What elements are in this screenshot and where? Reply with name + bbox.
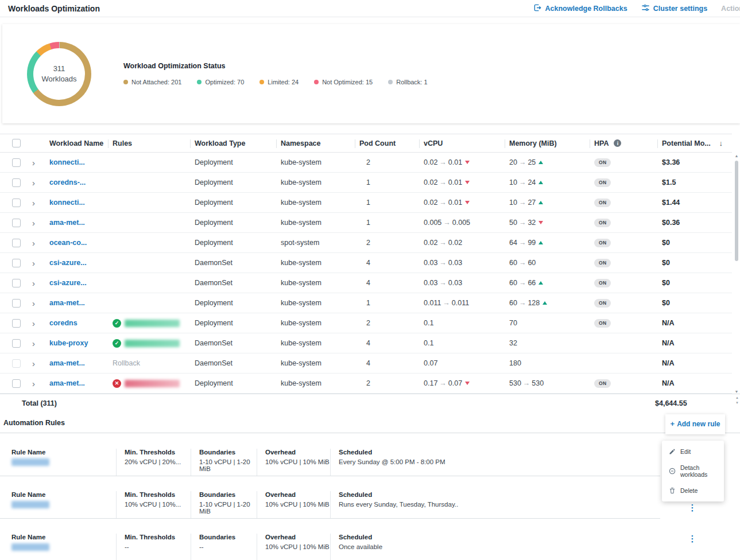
select-all-checkbox[interactable] xyxy=(12,139,21,147)
scroll-down-arrow-icon[interactable]: ▼ xyxy=(733,390,740,394)
plus-icon: + xyxy=(671,419,675,428)
cluster-settings-button[interactable]: Cluster settings xyxy=(641,3,707,14)
row-checkbox[interactable] xyxy=(12,299,21,308)
potential-cell: $3.36 xyxy=(657,153,732,172)
sliders-icon xyxy=(641,3,650,14)
workload-name-link[interactable]: konnecti... xyxy=(49,158,85,166)
rule-row: Rule Name Min. Thresholds10% vCPU | 10%.… xyxy=(0,486,660,519)
col-header-vcpu[interactable]: vCPU xyxy=(419,134,505,152)
workload-name-link[interactable]: konnecti... xyxy=(49,199,85,207)
workload-name-link[interactable]: ama-met... xyxy=(49,359,85,367)
actions-button[interactable]: Action xyxy=(721,5,740,13)
col-header-workload-name[interactable]: Workload Name xyxy=(45,134,108,152)
rule-kebab-menu-icon[interactable]: ⋮ xyxy=(687,534,698,544)
row-expand-chevron[interactable]: › xyxy=(26,293,45,313)
menu-item-delete[interactable]: Delete xyxy=(662,483,724,499)
vcpu-cell: 0.02→0.01 xyxy=(419,193,505,212)
row-expand-chevron[interactable]: › xyxy=(26,374,45,393)
row-checkbox[interactable] xyxy=(12,339,21,348)
scroll-up-arrow-icon[interactable]: ▲ xyxy=(735,396,739,399)
hpa-toggle[interactable]: ON xyxy=(594,158,611,167)
table-scroll-buttons[interactable]: ▲▼ xyxy=(735,396,739,405)
hpa-toggle[interactable]: ON xyxy=(594,178,611,187)
hpa-toggle[interactable]: ON xyxy=(594,219,611,227)
workload-name-link[interactable]: coredns-... xyxy=(49,178,86,186)
row-expand-chevron[interactable]: › xyxy=(26,353,45,373)
row-checkbox[interactable] xyxy=(12,158,21,167)
row-expand-chevron[interactable]: › xyxy=(26,253,45,273)
scroll-down-arrow-icon[interactable]: ▼ xyxy=(735,401,739,405)
boundaries-value: -- xyxy=(199,543,257,550)
col-header-namespace[interactable]: Namespace xyxy=(276,134,355,152)
status-title: Workload Optimization Status xyxy=(123,62,428,70)
hpa-toggle[interactable]: ON xyxy=(594,319,611,328)
col-header-potential[interactable]: Potential Mo...↓ xyxy=(657,134,732,152)
workload-name-link[interactable]: csi-azure... xyxy=(49,279,87,287)
row-checkbox[interactable] xyxy=(12,359,21,368)
workload-name-link[interactable]: ama-met... xyxy=(49,299,85,307)
row-expand-chevron[interactable]: › xyxy=(26,173,45,192)
col-header-pod-count[interactable]: Pod Count xyxy=(355,134,419,152)
row-expand-chevron[interactable]: › xyxy=(26,313,45,333)
rule-kebab-menu-icon[interactable]: ⋮ xyxy=(687,503,698,513)
arrow-right-icon: → xyxy=(443,219,451,227)
hpa-toggle[interactable]: ON xyxy=(594,279,611,287)
workload-name-link[interactable]: kube-proxy xyxy=(49,339,88,347)
workload-name-link[interactable]: ama-met... xyxy=(49,379,85,387)
hpa-toggle[interactable]: ON xyxy=(594,239,611,247)
col-header-workload-type[interactable]: Workload Type xyxy=(190,134,276,152)
row-checkbox[interactable] xyxy=(12,379,21,388)
hpa-toggle[interactable]: ON xyxy=(594,379,611,388)
row-expand-chevron[interactable]: › xyxy=(26,193,45,212)
hpa-toggle[interactable]: ON xyxy=(594,199,611,207)
pod-count-cell: 4 xyxy=(355,253,419,273)
table-row: › coredns ✓ Deployment kube-system 2 0.1… xyxy=(0,313,732,333)
arrow-right-icon: → xyxy=(439,239,447,247)
rule-status-text: Rollback xyxy=(113,359,140,367)
namespace-cell: kube-system xyxy=(276,333,355,353)
row-expand-chevron[interactable]: › xyxy=(26,153,45,172)
donut-total: 311 xyxy=(53,64,65,74)
arrow-right-icon: → xyxy=(439,379,447,387)
workload-name-link[interactable]: csi-azure... xyxy=(49,259,87,267)
namespace-cell: spot-system xyxy=(276,233,355,252)
arrow-right-icon: → xyxy=(439,199,447,207)
row-expand-chevron[interactable]: › xyxy=(26,213,45,232)
row-checkbox[interactable] xyxy=(12,178,21,187)
row-checkbox[interactable] xyxy=(12,279,21,287)
row-checkbox[interactable] xyxy=(12,319,21,328)
row-checkbox[interactable] xyxy=(12,239,21,247)
row-checkbox[interactable] xyxy=(12,219,21,227)
col-header-rules[interactable]: Rules xyxy=(108,134,190,152)
rules-cell xyxy=(108,273,190,293)
namespace-cell: kube-system xyxy=(276,213,355,232)
scrollbar-thumb[interactable] xyxy=(735,161,738,261)
legend-item: Not Optimized: 15 xyxy=(314,79,373,85)
row-checkbox[interactable] xyxy=(12,199,21,207)
workload-name-link[interactable]: ocean-co... xyxy=(49,239,87,247)
scroll-up-arrow-icon[interactable]: ▲ xyxy=(733,154,740,158)
menu-item-detach-workloads[interactable]: Detach workloads xyxy=(662,460,724,483)
vcpu-cell: 0.1 xyxy=(419,313,505,333)
table-scrollbar[interactable]: ▲ ▼ xyxy=(733,154,740,394)
row-expand-chevron[interactable]: › xyxy=(26,233,45,252)
row-checkbox[interactable] xyxy=(12,259,21,267)
menu-item-edit[interactable]: Edit xyxy=(662,444,724,460)
acknowledge-rollbacks-button[interactable]: Acknowledge Rollbacks xyxy=(533,3,627,14)
workload-name-link[interactable]: coredns xyxy=(49,319,78,327)
legend-label: Rollback: 1 xyxy=(396,79,427,85)
arrow-right-icon: → xyxy=(439,279,447,287)
workload-type-cell: Deployment xyxy=(190,153,276,172)
hpa-toggle[interactable]: ON xyxy=(594,299,611,308)
memory-cell: 70 xyxy=(505,313,590,333)
workload-name-link[interactable]: ama-met... xyxy=(49,219,85,227)
row-expand-chevron[interactable]: › xyxy=(26,333,45,353)
hpa-toggle[interactable]: ON xyxy=(594,259,611,267)
col-header-hpa[interactable]: HPAi xyxy=(590,134,657,152)
col-header-memory[interactable]: Memory (MiB) xyxy=(505,134,590,152)
legend-item: Not Attached: 201 xyxy=(123,79,181,85)
hpa-info-icon[interactable]: i xyxy=(614,139,621,147)
trend-down-icon xyxy=(465,201,470,204)
add-new-rule-button[interactable]: +Add new rule xyxy=(671,420,720,428)
row-expand-chevron[interactable]: › xyxy=(26,273,45,293)
